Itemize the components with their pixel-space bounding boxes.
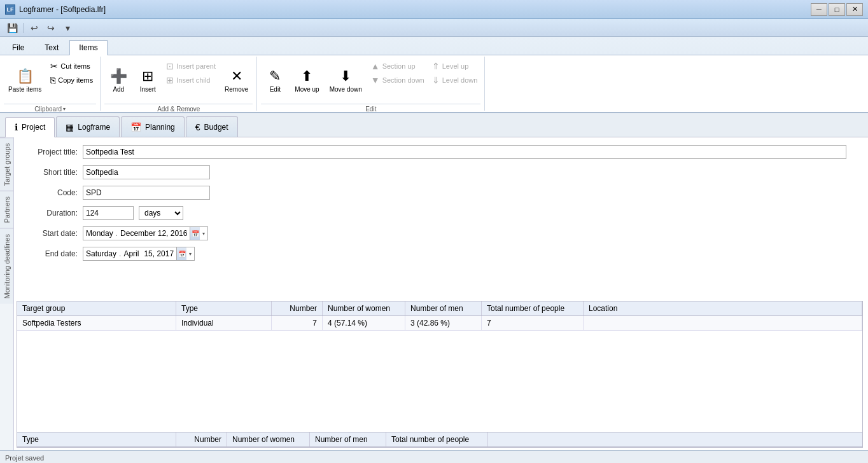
duration-label: Duration: [27, 209, 78, 218]
start-date-dropdown-btn[interactable]: ▾ [200, 227, 207, 240]
start-day-name: Monday [83, 228, 116, 239]
remove-label: Remove [225, 86, 248, 93]
view-tab-project[interactable]: ℹ Project [5, 117, 55, 137]
clipboard-label[interactable]: Clipboard ▾ [4, 104, 96, 113]
cell-total: 7 [482, 316, 584, 330]
status-bar: Projet saved [0, 450, 868, 463]
end-date-calendar-btn[interactable]: 📅 [176, 247, 186, 260]
add-remove-content: ➕ Add ⊞ Insert ⊡ Insert parent ⊞ Insert … [104, 58, 253, 104]
add-remove-label[interactable]: Add & Remove [104, 104, 253, 113]
undo-quick-btn[interactable]: ↩ [27, 21, 41, 35]
section-down-label: Section down [382, 76, 424, 84]
end-date-label: End date: [27, 249, 78, 258]
app-icon: LF [5, 4, 15, 15]
insert-parent-icon: ⊡ [166, 61, 174, 71]
cell-men: 3 (42.86 %) [405, 316, 482, 330]
table-row[interactable]: Softpedia Testers Individual 7 4 (57.14 … [17, 316, 862, 331]
clipboard-group: 📋 Paste items ✂ Cut items ⎘ Copy items C… [0, 57, 101, 111]
qa-separator-1 [23, 23, 24, 33]
end-date-field[interactable]: Saturday . April 15, 2017 📅 ▾ [83, 247, 195, 261]
section-down-icon: ▼ [371, 75, 380, 85]
copy-button[interactable]: ⎘ Copy items [47, 73, 96, 87]
duration-unit-select[interactable]: days weeks months [139, 206, 183, 220]
planning-tab-icon: 📅 [130, 122, 141, 132]
view-tab-planning[interactable]: 📅 Planning [121, 116, 185, 137]
code-label: Code: [27, 188, 78, 197]
restore-button[interactable]: □ [829, 3, 845, 16]
budget-tab-label: Budget [204, 123, 228, 132]
section-down-button[interactable]: ▼ Section down [368, 73, 428, 87]
remove-icon: ✕ [231, 68, 242, 85]
edit-group: ✎ Edit ⬆ Move up ⬇ Move down ▲ Section u… [257, 57, 485, 111]
code-input[interactable] [83, 186, 210, 200]
end-date-dropdown-btn[interactable]: ▾ [186, 247, 194, 260]
start-date-calendar-btn[interactable]: 📅 [190, 227, 200, 240]
side-label-monitoring[interactable]: Monitoring deadlines [0, 228, 13, 304]
project-tab-label: Project [22, 123, 45, 132]
cut-button[interactable]: ✂ Cut items [47, 59, 96, 73]
level-down-label: Level down [442, 76, 478, 84]
start-date-field[interactable]: Monday . December 12, 2016 📅 ▾ [83, 226, 208, 240]
insert-child-label: Insert child [176, 76, 210, 84]
section-up-button[interactable]: ▲ Section up [368, 59, 428, 73]
view-tabs: ℹ Project ▦ Logframe 📅 Planning € Budget [0, 113, 868, 137]
main-panel: Project title: Short title: Code: Durati… [14, 137, 868, 450]
redo-quick-btn[interactable]: ↪ [44, 21, 58, 35]
bottom-col-women: Number of women [227, 432, 310, 446]
edit-button[interactable]: ✎ Edit [261, 59, 289, 102]
content-area: Target groups Partners Monitoring deadli… [0, 137, 868, 450]
insert-parent-button[interactable]: ⊡ Insert parent [163, 59, 219, 73]
tab-text[interactable]: Text [35, 39, 68, 55]
move-up-label: Move up [295, 86, 319, 93]
view-tab-logframe[interactable]: ▦ Logframe [56, 116, 120, 137]
save-quick-btn[interactable]: 💾 [5, 21, 19, 35]
add-button[interactable]: ➕ Add [104, 59, 132, 102]
edit-group-label[interactable]: Edit [261, 104, 480, 113]
end-day-name: Saturday [83, 248, 119, 259]
close-button[interactable]: ✕ [846, 3, 863, 16]
insert-child-icon: ⊞ [166, 75, 174, 85]
move-down-button[interactable]: ⬇ Move down [325, 59, 367, 102]
qa-dropdown-btn[interactable]: ▾ [60, 21, 74, 35]
logframe-tab-label: Logframe [78, 123, 110, 132]
title-bar: LF Logframer - [Softpedia.lfr] ─ □ ✕ [0, 0, 868, 19]
minimize-button[interactable]: ─ [811, 3, 827, 16]
cell-number: 7 [272, 316, 323, 330]
view-tab-budget[interactable]: € Budget [186, 116, 238, 137]
col-header-location: Location [584, 301, 862, 315]
tab-items[interactable]: Items [69, 40, 107, 55]
col-header-women: Number of women [323, 301, 405, 315]
col-header-men: Number of men [405, 301, 482, 315]
paste-label: Paste items [8, 86, 41, 93]
insert-button[interactable]: ⊞ Insert [134, 59, 162, 102]
insert-label: Insert [140, 86, 156, 93]
level-down-button[interactable]: ⇓ Level down [429, 73, 481, 87]
paste-button[interactable]: 📋 Paste items [4, 59, 46, 102]
remove-button[interactable]: ✕ Remove [220, 59, 253, 102]
ribbon-tab-bar: File Text Items [0, 37, 868, 55]
level-col: ⇑ Level up ⇓ Level down [429, 59, 481, 87]
cell-location [584, 316, 862, 330]
section-up-label: Section up [382, 62, 416, 70]
short-title-label: Short title: [27, 168, 78, 177]
short-title-input[interactable] [83, 165, 210, 179]
side-label-target-groups[interactable]: Target groups [0, 137, 13, 191]
project-title-input[interactable] [83, 145, 846, 159]
insert-child-button[interactable]: ⊞ Insert child [163, 73, 219, 87]
project-title-row: Project title: [27, 145, 855, 159]
project-tab-icon: ℹ [15, 122, 18, 132]
edit-icon: ✎ [269, 68, 281, 85]
tab-file[interactable]: File [3, 39, 34, 55]
level-up-button[interactable]: ⇑ Level up [429, 59, 481, 73]
copy-icon: ⎘ [50, 75, 55, 85]
quick-access-toolbar: 💾 ↩ ↪ ▾ [0, 19, 868, 37]
window-controls: ─ □ ✕ [811, 3, 863, 16]
project-form: Project title: Short title: Code: Durati… [14, 137, 868, 298]
move-up-button[interactable]: ⬆ Move up [290, 59, 323, 102]
side-label-partners[interactable]: Partners [0, 191, 13, 228]
bottom-col-type: Type [17, 432, 176, 446]
status-text: Projet saved [5, 454, 44, 462]
insert-parent-label: Insert parent [176, 62, 216, 70]
app-title: Logframer - [Softpedia.lfr] [19, 5, 106, 14]
duration-input[interactable] [83, 206, 134, 220]
